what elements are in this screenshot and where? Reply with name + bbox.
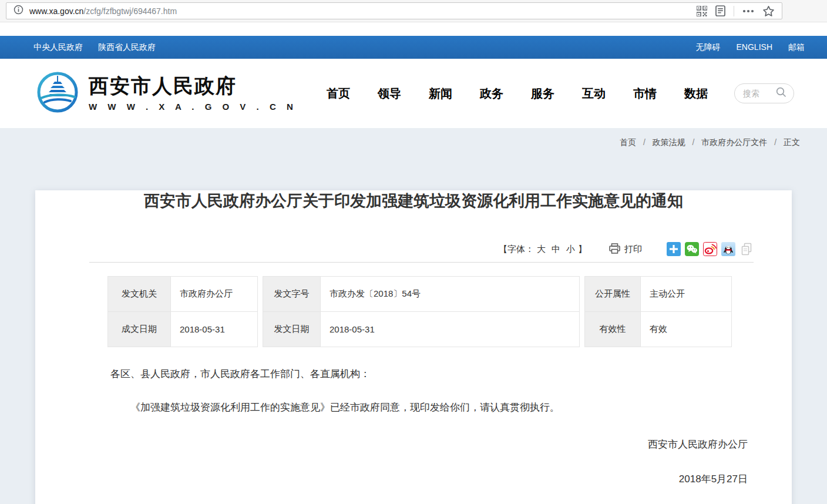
breadcrumb-separator: /: [643, 137, 646, 147]
breadcrumb-separator: /: [692, 137, 695, 147]
meta-value: 主动公开: [641, 277, 732, 312]
meta-value: 有效: [641, 312, 732, 347]
info-icon[interactable]: [14, 5, 23, 17]
share-weibo-icon[interactable]: [703, 242, 717, 256]
printer-icon: [609, 243, 620, 256]
chrome-page-gap: [0, 22, 827, 36]
url-field[interactable]: www.xa.gov.cn/zcfg/fzfbgtwj/694467.htm: [6, 2, 782, 19]
breadcrumb-home[interactable]: 首页: [620, 137, 636, 147]
nav-item-city-profile[interactable]: 市情: [633, 86, 657, 102]
meta-value: 2018-05-31: [171, 312, 258, 347]
print-label: 打印: [624, 244, 642, 255]
breadcrumb-separator: /: [774, 137, 776, 147]
search-input[interactable]: [743, 89, 776, 98]
copy-link-icon[interactable]: [739, 242, 754, 256]
nav-item-home[interactable]: 首页: [327, 86, 350, 102]
share-more-icon[interactable]: [667, 242, 681, 256]
nav-item-news[interactable]: 新闻: [429, 86, 452, 102]
nav-item-data[interactable]: 数据: [684, 86, 708, 102]
nav-item-leaders[interactable]: 领导: [378, 86, 401, 102]
search-box[interactable]: [734, 83, 794, 103]
xian-government-logo-icon: [35, 70, 80, 117]
font-size-prefix: 【字体：: [499, 244, 534, 255]
document-title: 西安市人民政府办公厅关于印发加强建筑垃圾资源化利用工作实施意见的通知: [94, 190, 733, 211]
font-size-small-button[interactable]: 小: [566, 244, 575, 255]
link-shaanxi-government[interactable]: 陕西省人民政府: [98, 42, 156, 53]
breadcrumb: 首页 / 政策法规 / 市政府办公厅文件 / 正文: [0, 128, 827, 148]
meta-value: 市政办发〔2018〕54号: [321, 277, 580, 312]
breadcrumb-policies[interactable]: 政策法规: [653, 137, 685, 147]
font-size-large-button[interactable]: 大: [537, 244, 546, 255]
print-button[interactable]: 打印: [609, 243, 642, 256]
body-paragraph: 《加强建筑垃圾资源化利用工作的实施意见》已经市政府同意，现印发给你们，请认真贯彻…: [110, 400, 748, 415]
site-domain: W W W . X A . G O V . C N: [89, 102, 297, 112]
page-content-area: 首页 / 政策法规 / 市政府办公厅文件 / 正文 西安市人民政府办公厅关于印发…: [0, 128, 827, 504]
toolbar-divider: [89, 262, 754, 263]
meta-group-publicity-validity: 公开属性 主动公开 有效性 有效: [584, 276, 732, 347]
link-mailbox[interactable]: 邮箱: [788, 42, 805, 53]
share-bar: [667, 242, 754, 256]
main-navigation: 首页 领导 新闻 政务 服务 互动 市情 数据: [327, 86, 708, 102]
nav-item-government-affairs[interactable]: 政务: [480, 86, 503, 102]
link-central-government[interactable]: 中央人民政府: [33, 42, 83, 53]
site-header: 西安市人民政府 W W W . X A . G O V . C N 首页 领导 …: [0, 59, 827, 128]
signature-date: 2018年5月27日: [110, 472, 748, 487]
article-card: 西安市人民政府办公厅关于印发加强建筑垃圾资源化利用工作实施意见的通知 【字体： …: [35, 190, 792, 504]
reader-mode-icon[interactable]: [715, 5, 725, 16]
meta-label: 有效性: [585, 312, 641, 347]
meta-group-number-date: 发文字号 市政办发〔2018〕54号 发文日期 2018-05-31: [263, 276, 580, 347]
signature-line: 西安市人民政府办公厅: [110, 437, 748, 452]
font-size-medium-button[interactable]: 中: [552, 244, 560, 255]
font-size-widget: 【字体： 大 中 小 】: [499, 244, 587, 255]
meta-group-organ-date: 发文机关 市政府办公厅 成文日期 2018-05-31: [107, 276, 258, 347]
search-icon[interactable]: [776, 87, 786, 100]
meta-label: 发文机关: [108, 277, 171, 312]
share-wechat-icon[interactable]: [685, 242, 699, 256]
bookmark-star-icon[interactable]: [762, 5, 775, 17]
qr-code-icon[interactable]: [697, 6, 707, 16]
browser-address-bar: www.xa.gov.cn/zcfg/fzfbgtwj/694467.htm: [0, 0, 827, 22]
more-options-icon[interactable]: [742, 9, 754, 13]
salutation-paragraph: 各区、县人民政府，市人民政府各工作部门、各直属机构：: [110, 367, 748, 382]
document-meta-table: 发文机关 市政府办公厅 成文日期 2018-05-31 发文字号 市政办发〔20…: [107, 276, 792, 347]
meta-label: 发文字号: [263, 277, 321, 312]
meta-label: 成文日期: [108, 312, 171, 347]
share-qq-icon[interactable]: [721, 242, 735, 256]
link-accessibility[interactable]: 无障碍: [696, 42, 721, 53]
toolbar-separator: [734, 6, 734, 16]
link-english[interactable]: ENGLISH: [737, 42, 772, 53]
font-size-suffix: 】: [578, 244, 587, 255]
nav-item-services[interactable]: 服务: [531, 86, 554, 102]
meta-value: 2018-05-31: [321, 312, 580, 347]
site-name: 西安市人民政府: [89, 75, 297, 97]
site-logo[interactable]: 西安市人民政府 W W W . X A . G O V . C N: [35, 70, 297, 117]
breadcrumb-current: 正文: [784, 137, 800, 147]
url-text[interactable]: www.xa.gov.cn/zcfg/fzfbgtwj/694467.htm: [29, 6, 697, 16]
breadcrumb-office-documents[interactable]: 市政府办公厅文件: [701, 137, 767, 147]
article-toolbar: 【字体： 大 中 小 】 打印: [89, 242, 754, 256]
government-links-bar: 中央人民政府 陕西省人民政府 无障碍 ENGLISH 邮箱: [0, 36, 827, 59]
meta-label: 发文日期: [263, 312, 321, 347]
meta-label: 公开属性: [585, 277, 641, 312]
document-body: 各区、县人民政府，市人民政府各工作部门、各直属机构： 《加强建筑垃圾资源化利用工…: [110, 367, 748, 487]
nav-item-interaction[interactable]: 互动: [582, 86, 606, 102]
meta-value: 市政府办公厅: [171, 277, 258, 312]
